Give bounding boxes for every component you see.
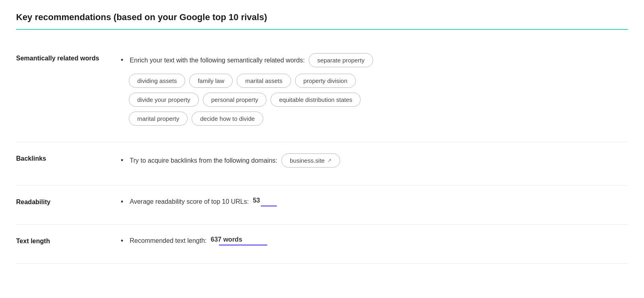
tag-divide-your-property: divide your property bbox=[129, 93, 199, 107]
tag-decide-how-to-divide: decide how to divide bbox=[192, 112, 263, 126]
external-link-icon: ↗ bbox=[327, 157, 332, 163]
readability-score: 53 bbox=[253, 197, 260, 204]
tag-marital-property: marital property bbox=[129, 112, 188, 126]
readability-score-wrapper: 53 bbox=[253, 197, 277, 207]
tags-row-4: marital property decide how to divide bbox=[129, 112, 628, 126]
section-semantically-related: Semantically related words Enrich your t… bbox=[16, 42, 628, 142]
section-readability: Readability Average readability score of… bbox=[16, 186, 628, 225]
readability-intro: Average readability score of top 10 URLs… bbox=[121, 197, 628, 207]
section-label-semantically-related: Semantically related words bbox=[16, 53, 113, 62]
readability-underline bbox=[261, 205, 277, 207]
tag-property-division: property division bbox=[295, 74, 356, 88]
section-label-backlinks: Backlinks bbox=[16, 153, 113, 162]
semantically-related-intro: Enrich your text with the following sema… bbox=[121, 53, 628, 67]
text-length-underline bbox=[219, 244, 267, 246]
tags-row-3: divide your property personal property e… bbox=[129, 93, 628, 107]
tag-separate-property: separate property bbox=[309, 53, 373, 67]
readability-content: Average readability score of top 10 URLs… bbox=[113, 197, 628, 213]
tag-personal-property: personal property bbox=[203, 93, 267, 107]
text-length-value-wrapper: 637 words bbox=[211, 236, 267, 246]
domain-link-business-site[interactable]: business.site ↗ bbox=[281, 153, 340, 168]
semantically-related-content: Enrich your text with the following sema… bbox=[113, 53, 628, 130]
page-title: Key recommendations (based on your Googl… bbox=[16, 12, 628, 30]
backlinks-content: Try to acquire backlinks from the follow… bbox=[113, 153, 628, 174]
section-text-length: Text length Recommended text length: 637… bbox=[16, 225, 628, 264]
section-backlinks: Backlinks Try to acquire backlinks from … bbox=[16, 142, 628, 186]
tag-dividing-assets: dividing assets bbox=[129, 74, 185, 88]
tag-marital-assets: marital assets bbox=[237, 74, 291, 88]
tag-family-law: family law bbox=[189, 74, 233, 88]
section-label-text-length: Text length bbox=[16, 236, 113, 245]
section-label-readability: Readability bbox=[16, 197, 113, 206]
backlinks-intro: Try to acquire backlinks from the follow… bbox=[121, 153, 628, 168]
text-length-content: Recommended text length: 637 words bbox=[113, 236, 628, 252]
text-length-intro: Recommended text length: 637 words bbox=[121, 236, 628, 246]
text-length-value: 637 words bbox=[211, 236, 242, 243]
tag-equitable-distribution-states: equitable distribution states bbox=[270, 93, 361, 107]
tags-row-2: dividing assets family law marital asset… bbox=[129, 74, 628, 88]
